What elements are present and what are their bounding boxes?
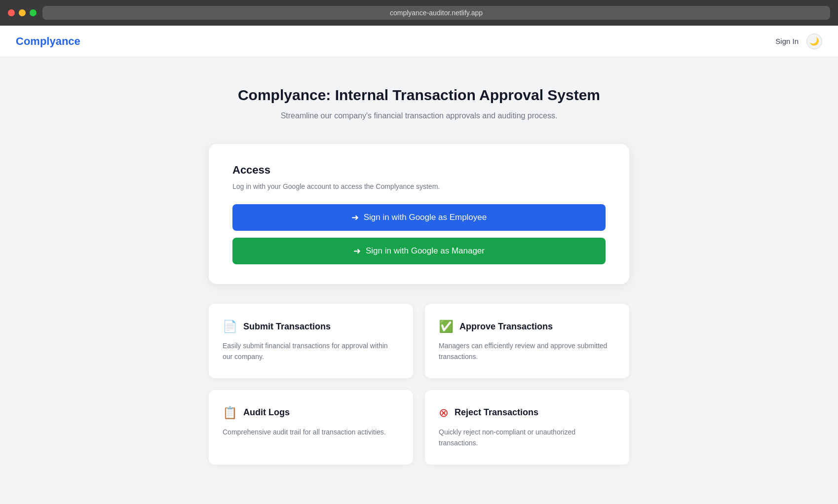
minimize-button[interactable] (19, 9, 26, 16)
moon-icon: 🌙 (809, 36, 819, 46)
feature-title-audit: Audit Logs (243, 407, 290, 418)
feature-card-reject: ⊗Reject TransactionsQuickly reject non-c… (425, 390, 629, 465)
feature-title-approve: Approve Transactions (459, 322, 553, 332)
signin-arrow-icon: ➜ (351, 212, 359, 223)
signin-manager-label: Sign in with Google as Manager (366, 246, 485, 256)
page-subtitle: Streamline our company's financial trans… (209, 111, 629, 120)
navbar: Complyance Sign In 🌙 (0, 26, 838, 57)
feature-header-audit: 📋Audit Logs (223, 406, 399, 420)
address-bar[interactable]: complyance-auditor.netlify.app (42, 6, 830, 20)
feature-desc-submit: Easily submit financial transactions for… (223, 340, 399, 362)
feature-card-approve: ✅Approve TransactionsManagers can effici… (425, 304, 629, 378)
traffic-lights (8, 9, 37, 16)
brand-logo: Complyance (16, 35, 80, 48)
signin-link[interactable]: Sign In (775, 37, 799, 45)
app: Complyance Sign In 🌙 Complyance: Interna… (0, 26, 838, 504)
feature-card-submit: 📄Submit TransactionsEasily submit financ… (209, 304, 413, 378)
access-card: Access Log in with your Google account t… (209, 144, 629, 284)
page-title: Complyance: Internal Transaction Approva… (209, 87, 629, 104)
maximize-button[interactable] (30, 9, 37, 16)
features-grid: 📄Submit TransactionsEasily submit financ… (209, 304, 629, 465)
main-content: Complyance: Internal Transaction Approva… (197, 57, 641, 484)
browser-chrome: complyance-auditor.netlify.app (0, 0, 838, 26)
feature-header-approve: ✅Approve Transactions (439, 320, 615, 333)
signin-employee-label: Sign in with Google as Employee (364, 213, 487, 222)
reject-icon: ⊗ (439, 406, 449, 420)
feature-title-submit: Submit Transactions (243, 322, 331, 332)
access-card-title: Access (232, 164, 606, 177)
audit-icon: 📋 (223, 406, 237, 420)
feature-desc-approve: Managers can efficiently review and appr… (439, 340, 615, 362)
feature-card-audit: 📋Audit LogsComprehensive audit trail for… (209, 390, 413, 465)
feature-desc-reject: Quickly reject non-compliant or unauthor… (439, 427, 615, 449)
feature-header-reject: ⊗Reject Transactions (439, 406, 615, 420)
feature-header-submit: 📄Submit Transactions (223, 320, 399, 333)
approve-icon: ✅ (439, 320, 454, 333)
feature-title-reject: Reject Transactions (455, 407, 538, 418)
submit-icon: 📄 (223, 320, 237, 333)
signin-employee-button[interactable]: ➜ Sign in with Google as Employee (232, 204, 606, 231)
close-button[interactable] (8, 9, 15, 16)
theme-toggle-button[interactable]: 🌙 (806, 34, 822, 49)
feature-desc-audit: Comprehensive audit trail for all transa… (223, 427, 399, 437)
signin-manager-button[interactable]: ➜ Sign in with Google as Manager (232, 238, 606, 264)
signin-manager-arrow-icon: ➜ (353, 246, 361, 256)
navbar-right: Sign In 🌙 (775, 34, 822, 49)
access-card-description: Log in with your Google account to acces… (232, 182, 606, 190)
